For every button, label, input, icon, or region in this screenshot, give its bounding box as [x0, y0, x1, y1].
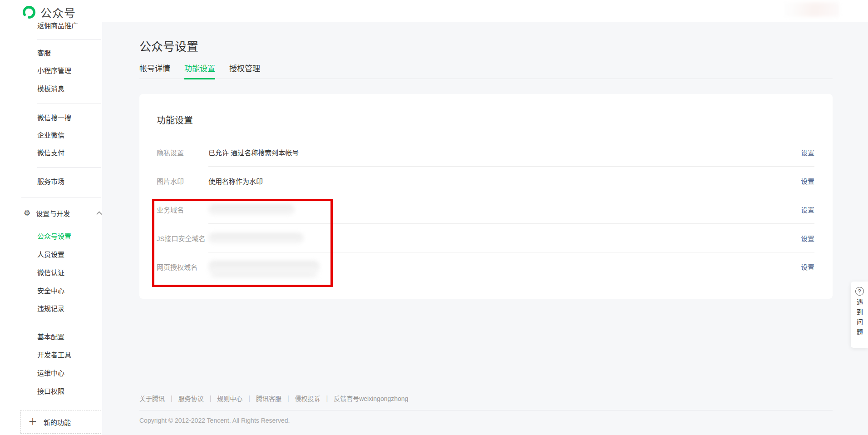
tab-account-details[interactable]: 帐号详情	[139, 64, 170, 79]
sidebar-item-wechat-verification[interactable]: 微信认证	[37, 268, 64, 277]
gear-icon: ⚙	[24, 209, 30, 217]
function-settings-card: 功能设置 隐私设置 已允许 通过名称搜索到本帐号 设置 图片水印 使用名称作为水…	[139, 94, 833, 299]
new-feature-label: 新的功能	[44, 417, 71, 427]
sidebar-item-basic-configuration[interactable]: 基本配置	[37, 332, 64, 341]
footer-link-about-tencent[interactable]: 关于腾讯	[139, 394, 165, 403]
sidebar-group-settings-dev[interactable]: ⚙ 设置与开发	[24, 208, 101, 218]
sidebar-item-template-message[interactable]: 模板消息	[37, 84, 64, 94]
sidebar-divider	[37, 167, 101, 168]
sidebar-item-customer-service[interactable]: 客服	[37, 49, 51, 58]
sidebar-divider	[21, 198, 101, 198]
row-label: 图片水印	[157, 176, 208, 186]
settings-row-js-safe-domain: JS接口安全域名 设置	[157, 224, 814, 252]
wechat-mp-settings-page: 公众号设置 帐号详情 功能设置 授权管理 功能设置 隐私设置 已允许 通过名称搜…	[0, 0, 868, 435]
sidebar-item-service-market[interactable]: 服务市场	[37, 177, 64, 186]
redacted-value-blur	[208, 233, 304, 244]
footer-separator: |	[171, 395, 173, 402]
sidebar-item-developer-tools[interactable]: 开发者工具	[37, 351, 71, 360]
page-footer: 关于腾讯 | 服务协议 | 规则中心 | 腾讯客服 | 侵权投诉 | 反馈官号w…	[139, 394, 833, 424]
page-title: 公众号设置	[139, 37, 198, 54]
settings-link-oauth-domain[interactable]: 设置	[801, 262, 814, 272]
settings-link-watermark[interactable]: 设置	[801, 176, 814, 186]
row-label: JS接口安全域名	[157, 233, 208, 243]
footer-link-tencent-support[interactable]: 腾讯客服	[256, 394, 281, 403]
footer-separator: |	[210, 395, 212, 402]
footer-link-infringement-complaint[interactable]: 侵权投诉	[295, 394, 321, 403]
logo-label: 公众号	[40, 4, 76, 20]
row-value	[208, 233, 801, 244]
copyright-text: Copyright © 2012-2022 Tencent. All Right…	[139, 417, 833, 424]
chevron-up-icon	[96, 211, 102, 217]
sidebar-item-security-center[interactable]: 安全中心	[37, 287, 64, 296]
footer-link-feedback-account[interactable]: 反馈官号weixingongzhong	[334, 394, 408, 403]
sidebar-item-wechat-search[interactable]: 微信搜一搜	[37, 114, 71, 123]
row-label: 业务域名	[157, 205, 208, 214]
plus-icon: ＋	[28, 417, 37, 426]
top-bar: 公众号	[0, 0, 868, 22]
footer-separator: |	[287, 395, 289, 402]
footer-separator: |	[248, 395, 250, 402]
question-icon: ?	[855, 287, 864, 296]
sidebar-item-wechat-pay[interactable]: 微信支付	[37, 148, 64, 158]
new-feature-button[interactable]: ＋ 新的功能	[20, 410, 101, 434]
redacted-value-blur	[208, 204, 295, 215]
settings-row-oauth-domain: 网页授权域名 设置	[157, 252, 814, 281]
sidebar-divider	[37, 324, 101, 324]
wechat-official-account-logo-icon	[22, 5, 36, 19]
sidebar-item-api-permissions[interactable]: 接口权限	[37, 387, 64, 396]
footer-links: 关于腾讯 | 服务协议 | 规则中心 | 腾讯客服 | 侵权投诉 | 反馈官号w…	[139, 394, 833, 410]
settings-row-privacy: 隐私设置 已允许 通过名称搜索到本帐号 设置	[157, 138, 814, 167]
tab-function-settings[interactable]: 功能设置	[184, 64, 215, 79]
sidebar-item-staff-settings[interactable]: 人员设置	[37, 250, 64, 259]
settings-link-js-safe-domain[interactable]: 设置	[801, 233, 814, 243]
settings-row-business-domain: 业务域名 设置	[157, 195, 814, 224]
row-value	[208, 261, 801, 273]
settings-rows: 隐私设置 已允许 通过名称搜索到本帐号 设置 图片水印 使用名称作为水印 设置 …	[157, 138, 814, 281]
sidebar-item-miniprogram-management[interactable]: 小程序管理	[37, 66, 71, 75]
settings-link-privacy[interactable]: 设置	[801, 148, 814, 157]
sidebar-item-operations-center[interactable]: 运维中心	[37, 369, 64, 378]
app-logo[interactable]: 公众号	[22, 4, 76, 20]
footer-link-service-agreement[interactable]: 服务协议	[178, 394, 204, 403]
card-heading: 功能设置	[157, 113, 193, 126]
main-content: 公众号设置 帐号详情 功能设置 授权管理 功能设置 隐私设置 已允许 通过名称搜…	[102, 22, 868, 435]
sidebar-item-rebate-promotion[interactable]: 返佣商品推广	[37, 21, 78, 30]
row-label: 隐私设置	[157, 148, 208, 157]
settings-row-watermark: 图片水印 使用名称作为水印 设置	[157, 167, 814, 195]
question-glyph: ?	[858, 288, 861, 295]
help-widget[interactable]: ? 遇到问题	[851, 282, 868, 348]
sidebar-divider	[37, 104, 101, 104]
sidebar-group-label: 设置与开发	[36, 208, 70, 218]
sidebar-item-violation-records[interactable]: 违规记录	[37, 304, 64, 313]
footer-link-rules-center[interactable]: 规则中心	[217, 394, 242, 403]
redacted-user-info	[784, 2, 839, 17]
sidebar-divider	[37, 39, 101, 40]
footer-separator: |	[326, 395, 328, 402]
sidebar-item-official-account-settings[interactable]: 公众号设置	[37, 232, 71, 241]
row-value: 使用名称作为水印	[208, 176, 801, 186]
tab-authorization-management[interactable]: 授权管理	[229, 64, 260, 79]
sidebar-item-wecom[interactable]: 企业微信	[37, 131, 64, 140]
row-value	[208, 204, 801, 215]
settings-link-business-domain[interactable]: 设置	[801, 205, 814, 214]
row-value: 已允许 通过名称搜索到本帐号	[208, 148, 801, 157]
redacted-value-blur	[208, 261, 320, 273]
tab-bar: 帐号详情 功能设置 授权管理	[139, 64, 833, 79]
sidebar: 返佣商品推广 客服 小程序管理 模板消息 微信搜一搜 企业微信 微信支付 服务市…	[0, 22, 102, 435]
row-label: 网页授权域名	[157, 262, 208, 272]
help-label: 遇到问题	[855, 299, 864, 339]
